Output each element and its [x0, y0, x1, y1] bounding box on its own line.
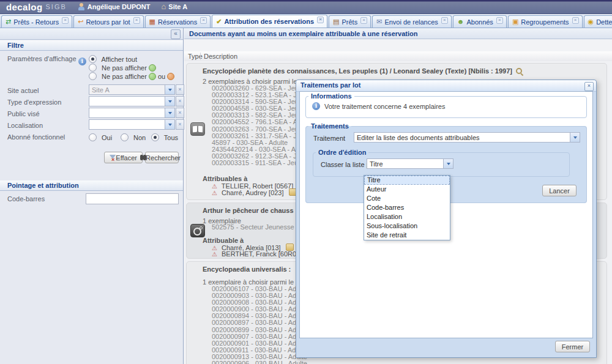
copy-line: 0020000906 - 030-BAU - Adulte	[212, 360, 307, 364]
green-status-dot	[149, 64, 156, 72]
reservation-holder[interactable]: ⚠ BERTHET, Franck [60R00	[212, 250, 300, 258]
tab-label: Regroupements	[521, 18, 569, 26]
dropdown-option[interactable]: Titre	[364, 176, 450, 185]
radio-non[interactable]: Non	[121, 133, 146, 141]
user-icon	[78, 3, 85, 10]
location-select[interactable]	[89, 119, 175, 130]
clear-expression-icon[interactable]: ×	[176, 96, 184, 106]
chevron-down-icon[interactable]	[443, 159, 453, 168]
dropdown-option[interactable]: Sous-localisation	[364, 221, 450, 231]
edition-order-fieldset: Ordre d'édition Classer la liste par Tit…	[313, 149, 570, 177]
display-params-label: Paramètres d'affichage i	[7, 55, 86, 65]
radio-oui[interactable]: Oui	[89, 133, 112, 141]
chevron-down-icon[interactable]	[165, 85, 174, 94]
chevron-down-icon[interactable]	[165, 97, 174, 106]
radio-icon[interactable]	[121, 133, 129, 141]
radio-tous[interactable]: Tous	[151, 133, 178, 141]
copy-line: 502575 - Secteur Jeunesse (R	[212, 224, 303, 231]
disc-type-icon	[190, 224, 205, 237]
reservations-icon: ▦	[149, 18, 155, 25]
reservation-holder[interactable]: ⚠ Charré, Audrey [023]	[212, 188, 297, 196]
tab-envoi-de-relances[interactable]: ✉ Envoi de relances ×	[372, 15, 452, 28]
radio-icon[interactable]	[89, 72, 97, 80]
dialog-title[interactable]: Traitements par lot	[296, 80, 596, 92]
dropdown-option[interactable]: Code-barres	[364, 203, 450, 212]
groups-icon: ▣	[512, 18, 518, 25]
tab-prets-retours[interactable]: ⇄ Prêts - Retours ×	[1, 15, 72, 28]
site-select[interactable]: Site A	[89, 84, 175, 95]
tab-bar: ⇄ Prêts - Retours × ↩ Retours par lot × …	[0, 14, 612, 28]
radio-selected-icon[interactable]	[89, 55, 97, 63]
dropdown-option[interactable]: Cote	[364, 194, 450, 203]
tab-close-icon[interactable]: ×	[441, 17, 448, 24]
chevron-down-icon[interactable]	[165, 120, 174, 129]
column-description[interactable]: Description	[204, 51, 237, 61]
app-logo-suffix: SIGB	[45, 3, 66, 10]
book-type-icon	[190, 122, 205, 136]
close-dialog-button[interactable]: Fermer	[555, 341, 590, 352]
search-button[interactable]: Rechercher	[145, 152, 179, 163]
document-title: Encyclopaedia universalis :	[203, 266, 291, 273]
treatment-select[interactable]: Editer la liste des documents attribuabl…	[354, 132, 580, 143]
close-icon[interactable]: ×	[584, 82, 594, 91]
grid-column-header: Type Description	[184, 51, 612, 62]
copies-list: 0020006107 - 030-BAU - Adu0020000903 - 0…	[212, 286, 307, 364]
tab-close-icon[interactable]: ×	[133, 17, 140, 24]
tab-close-icon[interactable]: ×	[496, 17, 503, 24]
tab-retours-par-lot[interactable]: ↩ Retours par lot ×	[73, 15, 143, 28]
info-icon: i	[78, 58, 86, 65]
tab-close-icon[interactable]: ×	[200, 17, 207, 24]
tab-dettes-reglements[interactable]: ◉ Dettes & Règlements ×	[584, 15, 612, 28]
radio-icon[interactable]	[89, 64, 97, 72]
radio-icon[interactable]	[89, 133, 97, 141]
tab-label: Retours par lot	[86, 18, 130, 26]
clear-filter-icon	[110, 155, 113, 161]
magnifier-icon[interactable]	[515, 67, 523, 75]
tab-regroupements[interactable]: ▣ Regroupements ×	[508, 15, 583, 28]
radio-ne-pas-afficher-1[interactable]: Ne pas afficher	[89, 64, 156, 72]
audience-select[interactable]	[89, 108, 175, 118]
tab-label: Prêts - Retours	[13, 18, 59, 26]
green-status-dot	[149, 73, 156, 80]
edition-order-legend: Ordre d'édition	[316, 149, 368, 156]
tab-reservations[interactable]: ▦ Réservations ×	[145, 15, 211, 28]
clear-audience-icon[interactable]: ×	[176, 108, 184, 118]
tab-label: Abonnés	[466, 18, 493, 26]
tab-label: Attribution des réservations	[224, 18, 314, 25]
panel-toolbar: «	[0, 28, 183, 40]
radio-afficher-tout[interactable]: Afficher tout	[89, 55, 137, 63]
clear-location-icon[interactable]: ×	[176, 119, 184, 130]
document-title: Encyclopédie planète des connaissances, …	[203, 67, 523, 75]
tab-attribution-des-reservations[interactable]: ✔ Attribution des réservations ×	[212, 15, 327, 28]
chevron-down-icon[interactable]	[570, 133, 580, 142]
tab-abonnes[interactable]: ☻ Abonnés ×	[453, 15, 507, 28]
current-user: Angélique DUPONT	[78, 3, 151, 10]
copy-line: 0020000899 - 030-BAU - Adu	[212, 327, 307, 333]
expression-type-label: Type d'expression	[7, 98, 61, 106]
copy-line: 0020003263 - 700-SEA - Jeu	[212, 126, 301, 133]
tab-close-icon[interactable]: ×	[572, 17, 579, 24]
radio-ne-pas-afficher-2[interactable]: Ne pas afficher ou	[89, 72, 174, 80]
expression-type-select[interactable]	[89, 96, 175, 106]
barcode-input[interactable]	[86, 193, 179, 204]
app-logo: decalog	[6, 2, 42, 12]
tab-close-icon[interactable]: ×	[360, 17, 367, 24]
radio-selected-icon[interactable]	[151, 133, 159, 141]
clear-site-icon[interactable]: ×	[176, 84, 184, 95]
dropdown-option[interactable]: Site de retrait	[364, 231, 450, 240]
dropdown-option[interactable]: Auteur	[364, 185, 450, 194]
dropdown-option[interactable]: Localisation	[364, 212, 450, 221]
clear-filters-button[interactable]: Effacer	[104, 152, 143, 163]
documents-toolbar	[184, 40, 612, 52]
tab-close-icon[interactable]: ×	[62, 17, 69, 24]
informations-legend: Informations	[308, 92, 354, 100]
tab-close-icon[interactable]: ×	[317, 17, 324, 23]
sort-options-dropdown: TitreAuteurCoteCode-barresLocalisationSo…	[364, 175, 450, 240]
chevron-down-icon[interactable]	[165, 108, 174, 117]
sort-by-select[interactable]: Titre	[367, 158, 453, 169]
launch-button[interactable]: Lancer	[542, 185, 577, 196]
tab-prets[interactable]: ▤ Prêts ×	[329, 15, 371, 28]
collapse-panel-button[interactable]: «	[171, 29, 181, 39]
batch-return-icon: ↩	[78, 18, 83, 25]
app-window: decalog SIGB Angélique DUPONT ⌂ Site A ⇄…	[0, 0, 612, 364]
